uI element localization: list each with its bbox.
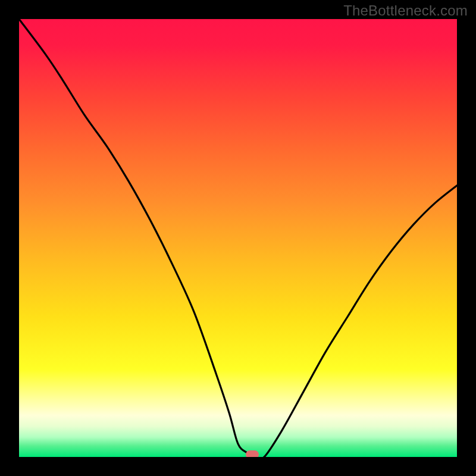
gradient-background <box>19 19 457 457</box>
watermark-text: TheBottleneck.com <box>343 2 468 19</box>
chart-svg <box>19 19 457 457</box>
plot-area <box>19 19 457 457</box>
chart-frame: TheBottleneck.com <box>0 0 476 476</box>
optimal-marker <box>246 450 259 457</box>
